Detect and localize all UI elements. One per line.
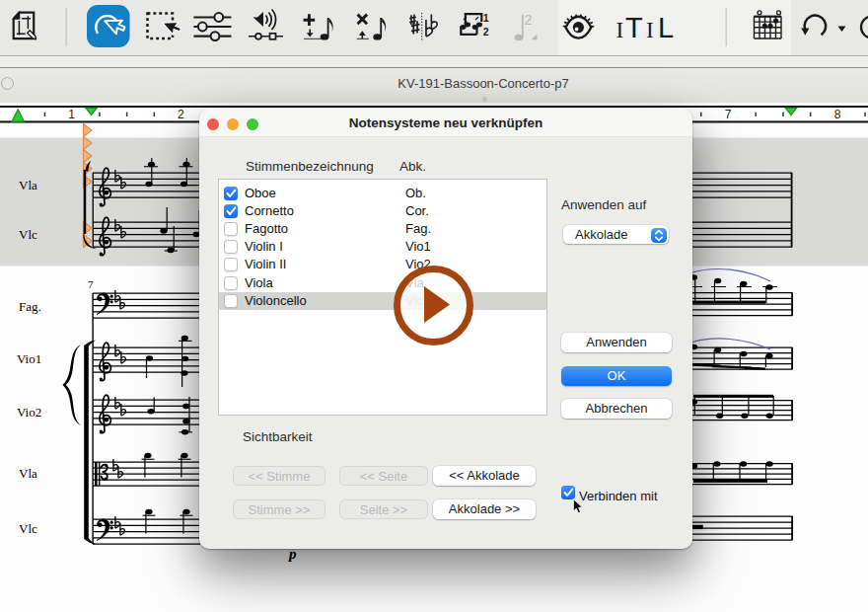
svg-text:7: 7 — [725, 108, 732, 121]
svg-text:L: L — [658, 12, 674, 43]
svg-text:Fag.: Fag. — [19, 299, 41, 314]
svg-text:Vla: Vla — [19, 178, 37, 192]
svg-text:2: 2 — [483, 26, 489, 38]
svg-text:2: 2 — [525, 12, 533, 28]
svg-text:Vio1: Vio1 — [17, 351, 41, 366]
svg-text:I: I — [616, 18, 624, 42]
svg-text:T: T — [625, 12, 643, 43]
svg-text:Vlc: Vlc — [19, 521, 37, 536]
svg-text:Vla: Vla — [19, 466, 37, 481]
svg-text:1: 1 — [483, 12, 489, 24]
svg-text:7: 7 — [88, 278, 94, 290]
svg-text:2: 2 — [178, 108, 184, 121]
svg-text:I: I — [646, 18, 654, 42]
svg-text:Vlc: Vlc — [19, 227, 37, 242]
svg-text:Vio2: Vio2 — [17, 405, 41, 420]
svg-text:1: 1 — [68, 108, 75, 121]
svg-text:8: 8 — [834, 108, 841, 121]
